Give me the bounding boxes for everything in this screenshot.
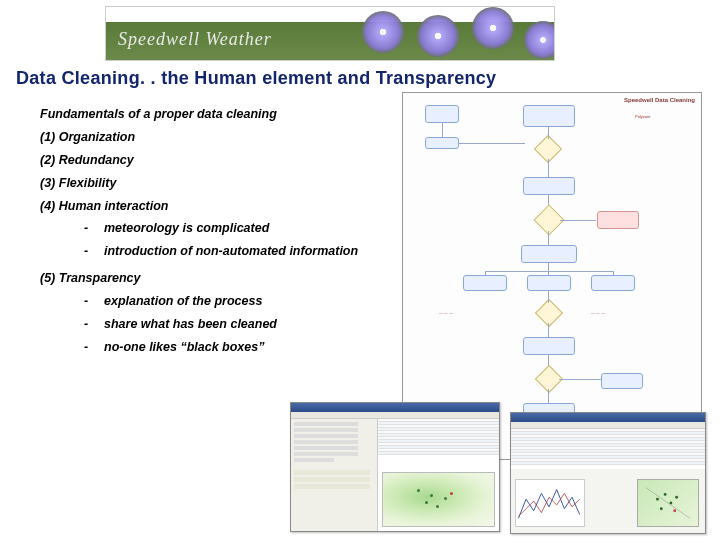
scatter-map (637, 479, 699, 527)
subheading: Fundamentals of a proper data cleaning (40, 106, 400, 123)
flowchart-node (591, 275, 635, 291)
flowchart-connector (548, 291, 549, 303)
table-panel (511, 429, 705, 469)
point-4-bullet-2: introduction of non-automated informatio… (104, 243, 400, 260)
brand-banner: Speedwell Weather (105, 6, 555, 61)
data-panel (378, 419, 499, 531)
flowchart-title: Speedwell Data Cleaning (624, 97, 695, 103)
point-5-bullet-2: share what has been cleaned (104, 316, 400, 333)
flowchart-node (523, 105, 575, 127)
flowchart-annotation: — — — (591, 311, 661, 315)
form-panel (291, 419, 378, 531)
flowchart-connector (548, 159, 549, 177)
flowchart-node (463, 275, 507, 291)
window-titlebar (511, 413, 705, 422)
flower-decoration (417, 15, 459, 57)
screenshot-app-2 (510, 412, 706, 534)
flowchart-node (425, 137, 459, 149)
flower-decoration (362, 11, 404, 53)
svg-point-4 (660, 507, 663, 510)
point-3: (3) Flexibility (40, 175, 400, 192)
flowchart-node (523, 177, 575, 195)
map-view (382, 472, 495, 527)
svg-point-0 (656, 498, 659, 501)
bullet-dash: - (84, 339, 104, 356)
point-5-bullet-1: explanation of the process (104, 293, 400, 310)
point-4-bullet-1: meteorology is complicated (104, 220, 400, 237)
svg-point-3 (675, 496, 678, 499)
svg-point-1 (664, 493, 667, 496)
flowchart-decision (535, 299, 563, 327)
point-5: (5) Transparency (40, 270, 400, 287)
point-4: (4) Human interaction (40, 198, 400, 215)
svg-point-5 (673, 509, 676, 512)
flowchart-node (425, 105, 459, 123)
flowchart-node (523, 337, 575, 355)
flowchart-connector (548, 263, 549, 275)
flowchart-connector (548, 231, 549, 245)
body-text: Fundamentals of a proper data cleaning (… (40, 100, 400, 356)
flowchart-connector (559, 379, 601, 380)
flowchart-note: Polyvore (635, 115, 695, 119)
flowchart-annotation: — — — (439, 311, 509, 315)
point-1: (1) Organization (40, 129, 400, 146)
svg-point-2 (669, 502, 672, 505)
flowchart-node (521, 245, 577, 263)
bullet-dash: - (84, 220, 104, 237)
svg-line-6 (646, 488, 690, 519)
flowchart-connector (459, 143, 525, 144)
flower-decoration (472, 7, 514, 49)
flowchart-connector (548, 389, 549, 403)
flowchart-connector (613, 271, 614, 275)
flowchart-connector (485, 271, 613, 272)
window-titlebar (291, 403, 499, 412)
window-toolbar (291, 412, 499, 419)
flower-decoration (524, 21, 555, 59)
bullet-dash: - (84, 243, 104, 260)
flowchart-connector (548, 127, 549, 139)
flowchart-node (601, 373, 643, 389)
point-5-bullet-3: no-one likes “black boxes” (104, 339, 400, 356)
line-chart (515, 479, 585, 527)
point-2: (2) Redundancy (40, 152, 400, 169)
flowchart-connector (560, 220, 596, 221)
flowchart-node (527, 275, 571, 291)
window-toolbar (511, 422, 705, 429)
flowchart-connector (442, 123, 443, 137)
flowchart-node (597, 211, 639, 229)
bullet-dash: - (84, 316, 104, 333)
flowchart-connector (548, 323, 549, 337)
slide-title: Data Cleaning. . the Human element and T… (16, 68, 496, 89)
bullet-dash: - (84, 293, 104, 310)
screenshot-app-1 (290, 402, 500, 532)
brand-text: Speedwell Weather (118, 29, 272, 50)
